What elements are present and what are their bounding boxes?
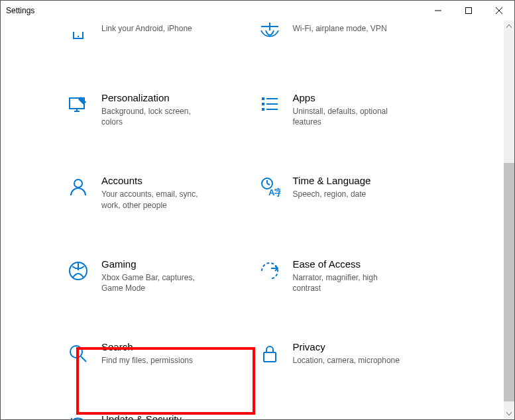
- svg-line-19: [267, 184, 270, 185]
- tile-time-language[interactable]: A字 Time & Language Speech, region, date: [258, 171, 437, 214]
- tile-title: Ease of Access: [293, 258, 437, 270]
- close-button[interactable]: [484, 1, 514, 21]
- phone-icon: [67, 22, 89, 44]
- svg-rect-12: [262, 108, 264, 111]
- tile-apps[interactable]: Apps Uninstall, defaults, optional featu…: [258, 88, 437, 131]
- svg-rect-1: [466, 8, 472, 14]
- tile-title: Search: [101, 341, 245, 352]
- tile-desc: Wi-Fi, airplane mode, VPN: [293, 23, 406, 34]
- tile-search[interactable]: Search Find my files, permissions: [67, 337, 245, 370]
- tile-desc: Xbox Game Bar, captures, Game Mode: [101, 272, 214, 293]
- tile-privacy[interactable]: Privacy Location, camera, microphone: [258, 337, 437, 370]
- svg-rect-13: [266, 98, 278, 99]
- titlebar: Settings: [1, 1, 514, 21]
- svg-rect-11: [262, 103, 264, 105]
- tile-gaming[interactable]: Gaming Xbox Game Bar, captures, Game Mod…: [67, 254, 245, 297]
- svg-line-24: [81, 356, 86, 362]
- tile-desc: Uninstall, defaults, optional features: [293, 106, 406, 127]
- svg-rect-10: [262, 97, 264, 100]
- search-icon: [67, 342, 89, 365]
- tile-title: Accounts: [101, 175, 245, 186]
- tile-desc: Link your Android, iPhone: [101, 23, 214, 34]
- tile-title: Time & Language: [293, 175, 437, 186]
- minimize-button[interactable]: [423, 1, 453, 21]
- update-icon: [67, 415, 89, 419]
- window-title: Settings: [6, 6, 423, 15]
- svg-point-23: [70, 346, 82, 358]
- tile-desc: Find my files, permissions: [101, 355, 214, 366]
- svg-point-16: [74, 180, 82, 187]
- tile-title: Apps: [293, 92, 437, 103]
- tile-desc: Speech, region, date: [293, 189, 406, 199]
- tile-title: Update & Security: [101, 413, 245, 419]
- scroll-up-arrow[interactable]: [504, 21, 514, 32]
- tile-personalization[interactable]: Personalization Background, lock screen,…: [67, 88, 245, 131]
- privacy-icon: [258, 342, 281, 365]
- svg-rect-14: [266, 103, 278, 105]
- svg-text:A字: A字: [268, 187, 280, 197]
- apps-icon: [258, 93, 281, 116]
- svg-rect-25: [264, 352, 276, 362]
- time-language-icon: A字: [258, 176, 281, 199]
- accounts-icon: [67, 176, 89, 199]
- tile-desc: Background, lock screen, colors: [101, 106, 214, 127]
- scroll-thumb[interactable]: [504, 163, 514, 401]
- personalization-icon: [67, 93, 89, 116]
- tile-phone[interactable]: Link your Android, iPhone: [67, 21, 245, 48]
- globe-icon: [258, 22, 281, 44]
- ease-of-access-icon: [258, 260, 281, 282]
- window-controls: [423, 1, 514, 21]
- tile-desc: Location, camera, microphone: [293, 355, 406, 366]
- tile-ease-of-access[interactable]: Ease of Access Narrator, magnifier, high…: [258, 254, 437, 297]
- vertical-scrollbar[interactable]: [503, 21, 514, 419]
- svg-rect-15: [266, 109, 278, 110]
- tile-network[interactable]: Wi-Fi, airplane mode, VPN: [258, 21, 437, 48]
- tile-desc: Your accounts, email, sync, work, other …: [101, 189, 214, 210]
- settings-content: Link your Android, iPhone Wi-Fi, airplan…: [1, 21, 502, 419]
- tile-accounts[interactable]: Accounts Your accounts, email, sync, wor…: [67, 171, 245, 214]
- tile-title: Gaming: [101, 258, 245, 270]
- gaming-icon: [67, 260, 89, 282]
- tile-update-security[interactable]: Update & Security Windows Update, recove…: [67, 409, 245, 419]
- scroll-down-arrow[interactable]: [504, 408, 514, 419]
- settings-grid: Link your Android, iPhone Wi-Fi, airplan…: [1, 21, 502, 419]
- tile-desc: Narrator, magnifier, high contrast: [293, 272, 406, 293]
- maximize-button[interactable]: [453, 1, 484, 21]
- tile-title: Privacy: [293, 341, 437, 352]
- tile-title: Personalization: [101, 92, 245, 103]
